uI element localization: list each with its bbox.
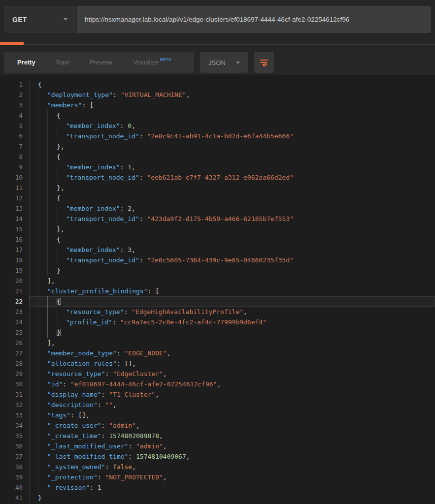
- code-line: 39"_protection": "NOT_PROTECTED",: [0, 472, 435, 482]
- code-line: 5"member_index": 0,: [0, 121, 435, 131]
- code-line: 7},: [0, 141, 435, 152]
- indent-guide: [38, 121, 47, 131]
- method-selector[interactable]: GET: [4, 6, 77, 33]
- indent-guide: [47, 317, 57, 327]
- indent-guide: [47, 121, 57, 131]
- indent-guide: [38, 462, 47, 472]
- code-line-content: {: [30, 152, 435, 162]
- code-line: 16{: [0, 234, 435, 245]
- code-line: 35"_create_time": 1574802089878,: [0, 431, 435, 441]
- code-line: 25}: [0, 327, 435, 338]
- code-line: 1{: [0, 79, 435, 90]
- indent-guide: [47, 183, 57, 193]
- line-number: 31: [0, 389, 30, 400]
- line-number: 23: [0, 307, 30, 317]
- indent-guide: [38, 255, 47, 265]
- code-line: 34"_create_user": "admin",: [0, 420, 435, 431]
- indent-guide: [38, 276, 47, 286]
- code-line-content: }: [30, 493, 435, 503]
- code-line-content: ],: [30, 338, 435, 348]
- tab-visualize[interactable]: VisualizeBETA: [123, 52, 182, 73]
- code-line-content: "member_index": 3,: [30, 245, 435, 255]
- indent-guide: [47, 327, 57, 338]
- code-line: 33"tags": [],: [0, 410, 435, 420]
- indent-guide: [38, 245, 47, 255]
- code-line: 3"members": [: [0, 100, 435, 110]
- line-number: 13: [0, 203, 30, 214]
- line-number: 4: [0, 110, 30, 121]
- code-line-content: "resource_type": "EdgeHighAvailabilityPr…: [30, 307, 435, 317]
- indent-guide: [38, 214, 47, 224]
- tab-label: Preview: [90, 59, 112, 66]
- code-line: 32"description": "",: [0, 400, 435, 410]
- code-line: 29"resource_type": "EdgeCluster",: [0, 369, 435, 379]
- line-number: 3: [0, 100, 30, 110]
- code-line-content: "members": [: [30, 100, 435, 110]
- code-line-content: "member_node_type": "EDGE_NODE",: [30, 348, 435, 358]
- indent-guide: [38, 203, 47, 214]
- code-line: 22{: [0, 296, 435, 307]
- line-number: 35: [0, 431, 30, 441]
- response-body-editor[interactable]: 1{2"deployment_type": "VIRTUAL_MACHINE",…: [0, 75, 435, 504]
- tab-label: Raw: [56, 59, 69, 66]
- code-line: 15},: [0, 224, 435, 234]
- line-number: 39: [0, 472, 30, 482]
- indent-guide: [47, 131, 57, 141]
- line-number: 16: [0, 234, 30, 245]
- url-text: https://nsxmanager.lab.local/api/v1/edge…: [85, 16, 349, 23]
- indent-guide: [38, 131, 47, 141]
- line-number: 22: [0, 296, 30, 307]
- indent-guide: [57, 307, 66, 317]
- indent-guide: [38, 265, 47, 276]
- url-input[interactable]: https://nsxmanager.lab.local/api/v1/edge…: [77, 6, 431, 33]
- indent-guide: [38, 224, 47, 234]
- response-toolbar: PrettyRawPreviewVisualizeBETA JSON: [4, 52, 431, 73]
- section-divider: [0, 41, 435, 45]
- code-line-content: "allocation_rules": [],: [30, 358, 435, 369]
- code-line-content: "_create_time": 1574802089878,: [30, 431, 435, 441]
- indent-guide: [38, 358, 47, 369]
- active-tab-indicator: [0, 42, 24, 45]
- indent-guide: [47, 255, 57, 265]
- indent-guide: [38, 472, 47, 482]
- code-line: 41}: [0, 493, 435, 503]
- indent-guide: [38, 286, 47, 296]
- indent-guide: [47, 141, 57, 152]
- code-line-content: "_protection": "NOT_PROTECTED",: [30, 472, 435, 482]
- indent-guide: [47, 214, 57, 224]
- code-line-content: "_last_modified_time": 1574810409067,: [30, 451, 435, 462]
- code-line: 19}: [0, 265, 435, 276]
- code-line-content: "transport_node_id": "423da9f2-d175-4b59…: [30, 214, 435, 224]
- request-url-bar: GET https://nsxmanager.lab.local/api/v1/…: [4, 6, 431, 33]
- chevron-down-icon: [236, 62, 240, 64]
- wrap-lines-button[interactable]: [254, 52, 274, 73]
- tab-preview[interactable]: Preview: [79, 52, 123, 73]
- code-line-content: "description": "",: [30, 400, 435, 410]
- indent-guide: [57, 121, 66, 131]
- code-line-content: "member_index": 2,: [30, 203, 435, 214]
- code-line-content: {: [30, 193, 435, 203]
- code-line-content: "transport_node_id": "2e8c9c41-ab91-4c1a…: [30, 131, 435, 141]
- code-line-content: "id": "ef018697-4444-46cf-afe2-02254612c…: [30, 379, 435, 389]
- tab-raw[interactable]: Raw: [46, 52, 79, 73]
- indent-guide: [57, 203, 66, 214]
- tab-pretty[interactable]: Pretty: [7, 52, 46, 73]
- code-line: 14"transport_node_id": "423da9f2-d175-4b…: [0, 214, 435, 224]
- indent-guide: [38, 338, 47, 348]
- indent-guide: [47, 172, 57, 183]
- indent-guide: [57, 162, 66, 172]
- code-line-content: "transport_node_id": "2e0c5605-7364-439c…: [30, 255, 435, 265]
- code-line: 10"transport_node_id": "eeb621ab-e7f7-43…: [0, 172, 435, 183]
- line-number: 40: [0, 482, 30, 493]
- format-select[interactable]: JSON: [200, 52, 248, 73]
- indent-guide: [47, 110, 57, 121]
- app-window: GET https://nsxmanager.lab.local/api/v1/…: [0, 0, 435, 504]
- indent-guide: [38, 110, 47, 121]
- indent-guide: [38, 441, 47, 451]
- line-number: 20: [0, 276, 30, 286]
- text-wrap-icon: [259, 58, 269, 67]
- code-line-content: },: [30, 183, 435, 193]
- code-line-content: "_system_owned": false,: [30, 462, 435, 472]
- indent-guide: [38, 193, 47, 203]
- code-line-content: "cluster_profile_bindings": [: [30, 286, 435, 296]
